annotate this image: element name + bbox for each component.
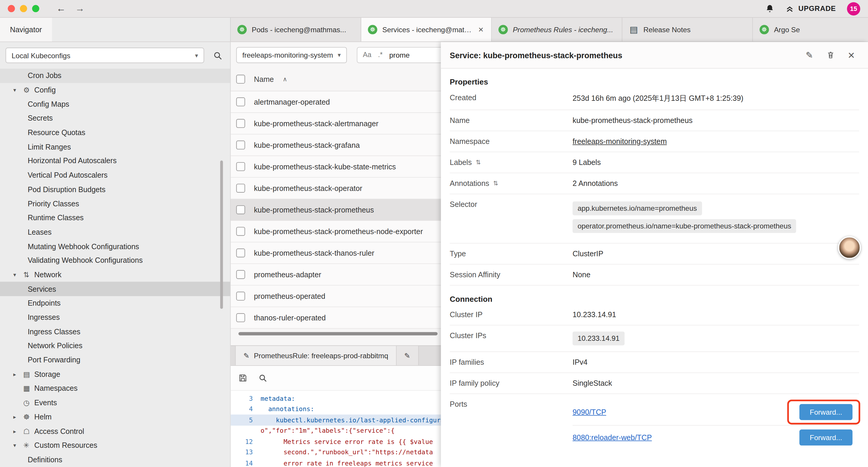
ip-family-policy-value: SingleStack — [572, 379, 612, 387]
tree-caret-icon[interactable] — [13, 385, 23, 391]
forward-button[interactable]: → — [75, 4, 85, 13]
name-column-header[interactable]: Name — [254, 75, 274, 83]
sidebar-item[interactable]: Port Forwarding — [0, 353, 230, 367]
upgrade-label: UPGRADE — [798, 4, 836, 13]
port-link[interactable]: 9090/TCP — [572, 408, 606, 416]
sidebar-item[interactable]: Limit Ranges — [0, 140, 230, 154]
close-drawer-icon[interactable]: × — [848, 49, 855, 61]
namespace-filter-select[interactable]: freeleaps-monitoring-system ▾ — [236, 47, 347, 63]
forward-button[interactable]: Forward... — [800, 430, 852, 445]
sidebar-item[interactable]: Ingress Classes — [0, 324, 230, 339]
chevron-down-icon: ▾ — [195, 52, 198, 59]
sidebar-item[interactable]: ▾ ⇅ Network — [0, 268, 230, 282]
row-checkbox[interactable] — [236, 141, 245, 150]
sidebar-item[interactable]: ▾ ✳ Custom Resources — [0, 438, 230, 453]
namespace-link[interactable]: freeleaps-monitoring-system — [572, 137, 667, 145]
tab[interactable]: ☸ Argo Se — [753, 18, 868, 42]
tab-icon: ☸ — [760, 25, 769, 34]
sidebar-item[interactable]: Horizontal Pod Autoscalers — [0, 154, 230, 168]
sidebar-item[interactable]: Validating Webhook Configurations — [0, 253, 230, 267]
sidebar-scrollbar[interactable] — [220, 160, 223, 309]
tree-caret-icon[interactable]: ▾ — [13, 442, 23, 449]
maximize-window-button[interactable] — [32, 5, 39, 12]
connection-row-ports: Ports 9090/TCP Forward... 8080 — [450, 394, 859, 457]
port-link[interactable]: 8080:reloader-web/TCP — [572, 433, 652, 442]
sidebar-item[interactable]: Endpoints — [0, 296, 230, 310]
tab[interactable]: ▤ Release Notes — [622, 18, 753, 42]
close-window-button[interactable] — [8, 5, 15, 12]
service-name: kube-prometheus-stack-thanos-ruler — [254, 249, 374, 257]
tree-caret-icon[interactable]: ▾ — [13, 87, 23, 93]
drawer-header: Service: kube-prometheus-stack-prometheu… — [441, 42, 868, 68]
kubeconfig-selector[interactable]: Local Kubeconfigs ▾ — [6, 48, 204, 63]
row-checkbox[interactable] — [236, 313, 245, 322]
horizontal-scrollbar[interactable] — [239, 332, 438, 335]
tab[interactable]: ☸ Prometheus Rules - icecheng... — [492, 18, 622, 42]
sidebar-search-icon[interactable] — [213, 51, 222, 60]
row-checkbox[interactable] — [236, 270, 245, 279]
forward-button[interactable]: Forward... — [800, 404, 852, 420]
config-icon: ⚙ — [23, 86, 34, 94]
row-checkbox[interactable] — [236, 249, 245, 258]
back-button[interactable]: ← — [56, 4, 66, 13]
tree-caret-icon[interactable]: ▾ — [13, 272, 23, 278]
sidebar-item[interactable]: ◷ Events — [0, 396, 230, 410]
sidebar-item[interactable]: Leases — [0, 225, 230, 239]
created-label: Created — [450, 93, 572, 102]
close-tab-icon[interactable]: × — [477, 25, 485, 35]
editor-search-icon[interactable] — [258, 374, 267, 382]
edit-icon[interactable]: ✎ — [806, 51, 813, 59]
sidebar-item[interactable]: Vertical Pod Autoscalers — [0, 168, 230, 182]
editor-tab-partial[interactable]: ✎ — [397, 346, 418, 365]
sidebar-item[interactable]: Mutating Webhook Configurations — [0, 239, 230, 253]
sidebar-item[interactable]: Resource Quotas — [0, 126, 230, 140]
row-checkbox[interactable] — [236, 292, 245, 300]
tree-caret-icon[interactable]: ▸ — [13, 371, 23, 377]
save-icon[interactable] — [239, 374, 247, 382]
sidebar-item[interactable]: Definitions — [0, 453, 230, 467]
sidebar-item[interactable]: Network Policies — [0, 339, 230, 353]
sidebar-item[interactable]: ▸ ▤ Storage — [0, 367, 230, 381]
sidebar-item[interactable]: Ingresses — [0, 310, 230, 324]
expand-annotations-icon[interactable]: ⇅ — [493, 180, 498, 187]
tree-caret-icon[interactable]: ▸ — [13, 428, 23, 434]
sidebar-item[interactable]: ▾ ⚙ Config — [0, 83, 230, 97]
row-checkbox[interactable] — [236, 162, 245, 171]
regex-toggle[interactable]: .* — [378, 51, 382, 59]
select-all-checkbox[interactable] — [236, 75, 245, 84]
upgrade-button[interactable]: UPGRADE — [785, 4, 836, 13]
row-checkbox[interactable] — [236, 227, 245, 236]
row-checkbox[interactable] — [236, 184, 245, 193]
tab[interactable]: ☸ Services - icecheng@math... × — [361, 18, 492, 42]
tree-caret-icon[interactable]: ▸ — [13, 414, 23, 420]
sort-ascending-icon[interactable]: ∧ — [283, 76, 287, 83]
minimize-window-button[interactable] — [20, 5, 27, 12]
row-checkbox[interactable] — [236, 97, 245, 107]
sidebar-item[interactable]: Secrets — [0, 111, 230, 125]
sidebar-item[interactable]: ▸ ☸ Helm — [0, 410, 230, 424]
code-text: Metrics service error rate is {{ $value — [260, 438, 433, 445]
sidebar-item[interactable]: Config Maps — [0, 97, 230, 111]
tab[interactable]: ☸ Pods - icecheng@mathmas... — [231, 18, 361, 42]
avatar[interactable] — [838, 236, 861, 259]
helm-icon: ☸ — [23, 413, 34, 421]
match-case-toggle[interactable]: Aa — [363, 51, 371, 59]
sidebar-item[interactable]: Runtime Classes — [0, 211, 230, 225]
editor-tab[interactable]: ✎ PrometheusRule: freeleaps-prod-rabbitm… — [235, 346, 397, 365]
tree-caret-icon[interactable] — [13, 400, 23, 406]
sidebar-item[interactable]: Priority Classes — [0, 197, 230, 211]
sidebar-item-label: Vertical Pod Autoscalers — [28, 171, 107, 179]
row-checkbox[interactable] — [236, 205, 245, 214]
notification-count-badge[interactable]: 15 — [847, 2, 860, 16]
delete-trash-icon[interactable] — [826, 51, 835, 59]
sidebar-item[interactable]: Services — [0, 282, 230, 296]
row-checkbox[interactable] — [236, 119, 245, 128]
expand-labels-icon[interactable]: ⇅ — [476, 159, 481, 166]
sidebar-item[interactable]: ▸ ☖ Access Control — [0, 424, 230, 438]
sidebar-item-label: Resource Quotas — [28, 128, 85, 137]
sidebar-item[interactable]: Pod Disruption Budgets — [0, 182, 230, 197]
sidebar-item[interactable]: ▦ Namespaces — [0, 381, 230, 396]
notifications-bell-icon[interactable] — [765, 4, 775, 13]
sidebar-item[interactable]: Cron Jobs — [0, 68, 230, 83]
navigator-tab[interactable]: Navigator — [0, 18, 52, 42]
